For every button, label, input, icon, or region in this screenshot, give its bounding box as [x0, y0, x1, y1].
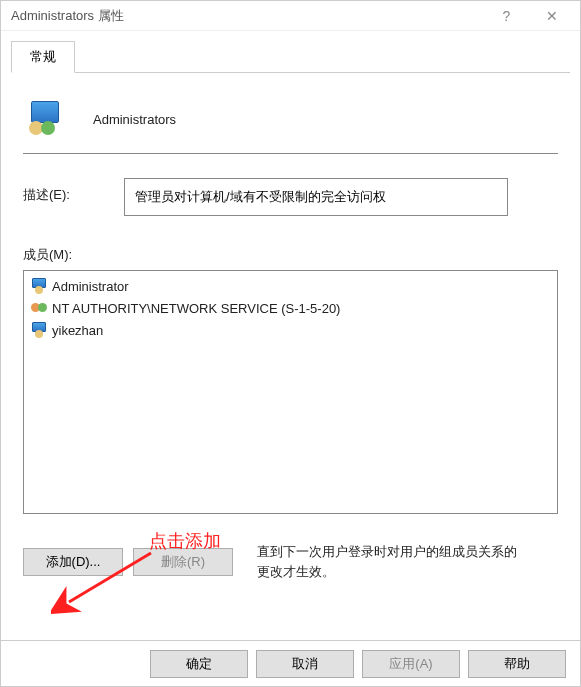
close-button[interactable]: ✕: [529, 2, 574, 30]
tabs: 常规: [11, 41, 570, 73]
member-name: NT AUTHORITY\NETWORK SERVICE (S-1-5-20): [52, 301, 340, 316]
cancel-button[interactable]: 取消: [256, 650, 354, 678]
remove-button[interactable]: 删除(R): [133, 548, 233, 576]
members-list[interactable]: AdministratorNT AUTHORITY\NETWORK SERVIC…: [23, 270, 558, 514]
add-remove-row: 添加(D)... 删除(R) 直到下一次用户登录时对用户的组成员关系的更改才生效…: [23, 542, 558, 581]
help-button-bottom[interactable]: 帮助: [468, 650, 566, 678]
tab-general[interactable]: 常规: [11, 41, 75, 73]
ok-button[interactable]: 确定: [150, 650, 248, 678]
member-item[interactable]: Administrator: [28, 275, 553, 297]
user-icon: [30, 321, 48, 339]
dialog-content: 常规 Administrators 描述(E): 管理员对计算机/域有不受限制的…: [1, 31, 580, 640]
description-field[interactable]: 管理员对计算机/域有不受限制的完全访问权: [124, 178, 508, 216]
general-panel: Administrators 描述(E): 管理员对计算机/域有不受限制的完全访…: [11, 83, 570, 593]
description-label: 描述(E):: [23, 178, 70, 204]
properties-dialog: Administrators 属性 ? ✕ 常规 Administrators …: [0, 0, 581, 687]
members-label: 成员(M):: [23, 246, 558, 264]
membership-note: 直到下一次用户登录时对用户的组成员关系的更改才生效。: [257, 542, 517, 581]
member-item[interactable]: yikezhan: [28, 319, 553, 341]
group-name: Administrators: [93, 112, 176, 127]
add-button[interactable]: 添加(D)...: [23, 548, 123, 576]
two-users-icon: [30, 299, 48, 317]
apply-button[interactable]: 应用(A): [362, 650, 460, 678]
titlebar: Administrators 属性 ? ✕: [1, 1, 580, 31]
group-icon: [27, 101, 63, 137]
window-title: Administrators 属性: [11, 7, 484, 25]
group-header: Administrators: [23, 93, 558, 154]
user-icon: [30, 277, 48, 295]
description-row: 描述(E): 管理员对计算机/域有不受限制的完全访问权: [23, 178, 558, 216]
member-name: Administrator: [52, 279, 129, 294]
bottom-button-bar: 确定 取消 应用(A) 帮助: [1, 640, 580, 686]
member-name: yikezhan: [52, 323, 103, 338]
help-button[interactable]: ?: [484, 2, 529, 30]
member-item[interactable]: NT AUTHORITY\NETWORK SERVICE (S-1-5-20): [28, 297, 553, 319]
